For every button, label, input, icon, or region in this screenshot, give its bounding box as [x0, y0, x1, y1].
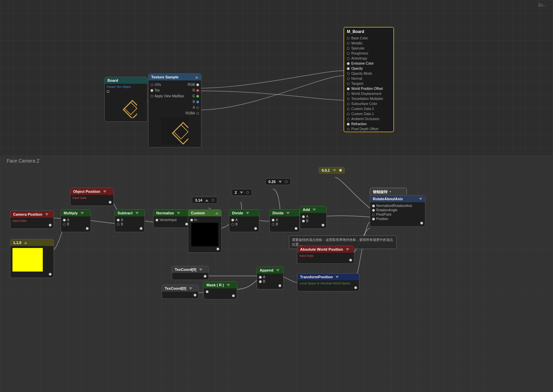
mask-r-node[interactable]: Mask ( R ) — [203, 281, 237, 299]
multiply-a-port[interactable] — [63, 219, 66, 221]
anisotropy-port[interactable] — [347, 57, 350, 60]
value-001-expand[interactable] — [333, 169, 336, 172]
value-314-output-port[interactable] — [212, 199, 214, 202]
normalize-vector-port[interactable] — [156, 219, 158, 221]
divide1-node[interactable]: Divide A B — [229, 209, 259, 232]
subtract-output-port[interactable] — [140, 227, 142, 230]
texcoord1-expand-icon[interactable] — [199, 269, 202, 271]
tp-output-port[interactable] — [354, 286, 357, 289]
specular-port[interactable] — [347, 47, 350, 50]
mipbias-input-port[interactable] — [151, 95, 153, 98]
subtract-b-port[interactable] — [117, 223, 120, 226]
camera-output-port[interactable] — [49, 224, 52, 226]
emissive-port[interactable] — [347, 62, 350, 65]
custom-node[interactable]: Custom In — [188, 209, 222, 253]
rgba-output-port[interactable] — [196, 112, 199, 115]
multiply-output-port[interactable] — [86, 227, 89, 230]
subsurface-port[interactable] — [347, 103, 350, 105]
rgb-output-port[interactable] — [196, 83, 199, 86]
mask-r-expand-icon[interactable] — [227, 284, 230, 286]
vec110-node[interactable]: 1,1,0 — [10, 239, 54, 278]
subtract-expand-icon[interactable] — [135, 212, 139, 214]
divide2-node[interactable]: Divide A B — [269, 209, 300, 232]
tess-mult-port[interactable] — [347, 98, 350, 100]
normal-port[interactable] — [347, 77, 350, 80]
awp-expand-icon[interactable] — [346, 248, 349, 251]
custom-in-port[interactable] — [190, 219, 193, 221]
base-color-port[interactable] — [347, 37, 350, 40]
rotate-angle-port[interactable] — [372, 209, 375, 212]
opacity-port[interactable] — [347, 67, 350, 70]
a-output-port[interactable] — [196, 106, 199, 109]
add-b-port[interactable] — [302, 220, 305, 222]
object-expand-icon[interactable] — [103, 190, 106, 193]
absolute-world-position-node[interactable]: Absolute World Position Input Data — [297, 246, 354, 264]
divide2-expand-icon[interactable] — [286, 212, 290, 214]
vec110-output-port[interactable] — [49, 273, 52, 276]
opacity-mode-port[interactable] — [347, 72, 350, 75]
world-pos-offset-port[interactable] — [347, 87, 350, 90]
append-b-port[interactable] — [259, 280, 262, 283]
divide2-output-port[interactable] — [295, 227, 297, 230]
custom-data1-port[interactable] — [347, 113, 350, 115]
multiply-b-port[interactable] — [63, 223, 66, 226]
add-a-port[interactable] — [302, 215, 305, 218]
append-node[interactable]: Append A B — [257, 266, 284, 289]
value-001-node[interactable]: 0,0,1 — [319, 167, 345, 174]
divide1-b-port[interactable] — [231, 223, 234, 226]
mask-r-input-port[interactable] — [206, 290, 208, 293]
object-position-node[interactable]: Object Position Input Data — [70, 188, 114, 206]
append-a-port[interactable] — [259, 276, 262, 279]
texcoord1-node[interactable]: TexCoord[0] — [172, 266, 209, 280]
pixel-depth-port[interactable] — [347, 128, 350, 131]
texcoord1-output-port[interactable] — [204, 275, 206, 278]
tex-input-port[interactable] — [151, 89, 153, 92]
awp-output-port[interactable] — [349, 259, 352, 261]
mboard-node[interactable]: M_Board Base Color Metallic Specular Rou… — [344, 27, 394, 132]
multiply-node[interactable]: Multiply A B — [61, 209, 91, 232]
refraction-port[interactable] — [347, 123, 350, 126]
divide2-a-port[interactable] — [272, 219, 274, 221]
metallic-port[interactable] — [347, 42, 350, 45]
b-output-port[interactable] — [196, 101, 199, 103]
world-displace-port[interactable] — [347, 93, 350, 95]
texcoord2-node[interactable]: TexCoord[0] — [162, 285, 199, 299]
vec110-expand-icon[interactable] — [24, 242, 27, 244]
normalize-expand-icon[interactable] — [177, 212, 180, 214]
divide1-expand-icon[interactable] — [246, 212, 249, 214]
r-output-port[interactable] — [196, 89, 199, 92]
subtract-a-port[interactable] — [117, 219, 120, 221]
board-output-port[interactable] — [107, 90, 109, 93]
add-expand-icon[interactable] — [313, 209, 316, 211]
roughness-port[interactable] — [347, 52, 350, 55]
ambient-occ-port[interactable] — [347, 118, 350, 120]
mask-r-output-port[interactable] — [232, 294, 235, 297]
texture-expand-icon[interactable] — [195, 76, 198, 78]
value-025-output-port[interactable] — [285, 180, 288, 183]
value-314-expand[interactable] — [205, 199, 208, 202]
camera-position-node[interactable]: Camera Position Input Data — [10, 211, 54, 229]
board-node[interactable]: Board Param Tex Object — [104, 77, 148, 122]
custom-output-port[interactable] — [217, 248, 219, 250]
add-node[interactable]: Add A B — [300, 206, 327, 229]
tp-expand-icon[interactable] — [335, 276, 339, 278]
divide1-a-port[interactable] — [231, 219, 234, 221]
camera-expand-icon[interactable] — [45, 213, 48, 216]
uvs-input-port[interactable] — [151, 83, 153, 86]
texture-sample-node[interactable]: Texture Sample UVs RGB Tex R — [148, 73, 201, 147]
value-314-node[interactable]: 3.14 — [192, 197, 217, 204]
append-output-port[interactable] — [279, 284, 281, 287]
divide1-output-port[interactable] — [254, 227, 257, 230]
value-2-output-port[interactable] — [246, 191, 249, 194]
rotate-expand-icon[interactable] — [419, 198, 422, 200]
rotate-position-port[interactable] — [372, 218, 375, 220]
value-025-node[interactable]: 0.25 — [265, 178, 291, 185]
texcoord2-output-port[interactable] — [194, 294, 196, 296]
subtract-node[interactable]: Subtract A B — [115, 209, 145, 232]
divide2-b-port[interactable] — [272, 223, 274, 226]
rotate-nra-port[interactable] — [372, 205, 375, 207]
g-output-port[interactable] — [196, 95, 199, 98]
add-output-port[interactable] — [322, 224, 324, 226]
append-expand-icon[interactable] — [276, 269, 280, 272]
tangent-port[interactable] — [347, 82, 350, 85]
